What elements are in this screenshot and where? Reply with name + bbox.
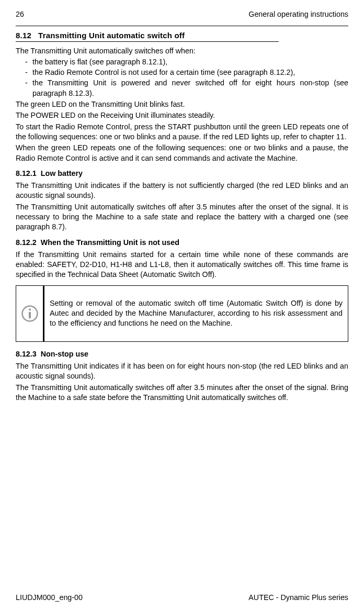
list-item: the Radio Remote Control is not used for… xyxy=(25,68,348,77)
body-paragraph: The POWER LED on the Receiving Unit illu… xyxy=(16,110,348,120)
body-paragraph: The Transmitting Unit automatically swit… xyxy=(16,202,348,232)
subsection-heading: 8.12.3 Non-stop use xyxy=(16,349,348,359)
subsection-number: 8.12.3 xyxy=(16,350,37,358)
section-number: 8.12 xyxy=(16,31,31,40)
section-heading: 8.12 Transmitting Unit automatic switch … xyxy=(16,30,279,41)
subsection-number: 8.12.2 xyxy=(16,238,37,247)
page-header: 26 General operating instructions xyxy=(16,9,348,19)
page-number: 26 xyxy=(16,9,24,19)
svg-rect-2 xyxy=(28,312,30,318)
info-icon xyxy=(21,305,39,323)
footer-right: AUTEC - Dynamic Plus series xyxy=(248,593,348,603)
subsection-heading: 8.12.1 Low battery xyxy=(16,169,348,179)
svg-point-1 xyxy=(28,308,30,310)
body-paragraph: The Transmitting Unit indicates if the b… xyxy=(16,181,348,201)
info-callout: Setting or removal of the automatic swit… xyxy=(16,285,348,342)
body-paragraph: The Transmitting Unit indicates if it ha… xyxy=(16,361,348,382)
intro-paragraph: The Transmitting Unit automatically swit… xyxy=(16,46,348,56)
subsection-title: Low battery xyxy=(41,169,83,177)
body-paragraph: When the green LED repeats one of the fo… xyxy=(16,143,348,163)
subsection-heading: 8.12.2 When the Transmitting Unit is not… xyxy=(16,238,348,248)
info-text: Setting or removal of the automatic swit… xyxy=(44,286,348,341)
body-paragraph: If the Transmitting Unit remains started… xyxy=(16,250,348,280)
bullet-list: the battery is flat (see paragraph 8.12.… xyxy=(16,57,348,98)
body-paragraph: To start the Radio Remote Control, press… xyxy=(16,122,348,142)
body-paragraph: The Transmitting Unit automatically swit… xyxy=(16,383,348,403)
list-item: the battery is flat (see paragraph 8.12.… xyxy=(25,57,348,67)
subsection-title: When the Transmitting Unit is not used xyxy=(41,238,179,247)
info-icon-cell xyxy=(16,286,44,341)
subsection-number: 8.12.1 xyxy=(16,169,37,177)
subsection-title: Non-stop use xyxy=(41,350,88,358)
header-rule xyxy=(16,26,348,26)
list-item: the Transmitting Unit is powered and nev… xyxy=(25,78,348,98)
body-paragraph: The green LED on the Transmitting Unit b… xyxy=(16,99,348,109)
page-footer: LIUDJM000_eng-00 AUTEC - Dynamic Plus se… xyxy=(16,593,348,603)
section-title-text: Transmitting Unit automatic switch off xyxy=(38,31,185,40)
header-title: General operating instructions xyxy=(248,9,348,19)
footer-left: LIUDJM000_eng-00 xyxy=(16,593,83,603)
